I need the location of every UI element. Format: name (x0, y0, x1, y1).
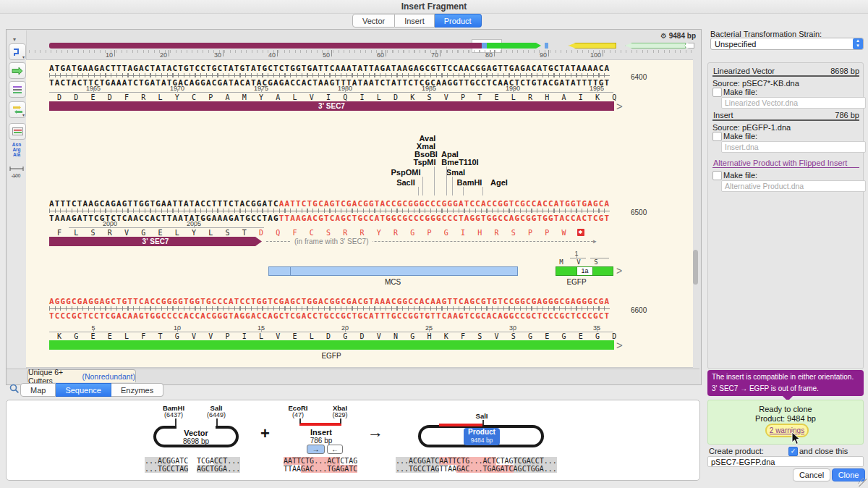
alternative-title: Alternative Product with Flipped Insert (713, 159, 847, 167)
snippet-segment: GAC...TGAGATC (456, 465, 513, 473)
snippet-segment: ...TGCCTAG (396, 465, 439, 473)
overview-ruler-major-tick (169, 50, 169, 56)
translation-line-ala: Ala (9, 152, 24, 157)
site-position: (47) (276, 411, 320, 418)
view-tab-sequence[interactable]: Sequence (56, 383, 111, 397)
insert-orientation-forward-button[interactable]: → (307, 445, 325, 454)
translation-tool-button[interactable]: Asn Arg Ala (9, 142, 24, 157)
product-filename-field[interactable]: pSEC7-EGFP.dna (707, 456, 864, 467)
alignment-tool-button[interactable] (9, 81, 26, 98)
snippet-segment: ...TGCCTAG (145, 465, 188, 473)
egfp-open-end-arrow: > (616, 265, 622, 277)
warnings-button[interactable]: 2 warnings (765, 424, 809, 437)
alternative-make-file-checkbox[interactable] (712, 171, 722, 180)
insert-make-file-checkbox[interactable] (712, 132, 722, 141)
insert-source: Source: pEGFP-1.dna (712, 123, 791, 132)
vertical-scrollbar-thumb[interactable] (693, 250, 698, 285)
mouse-cursor-icon (791, 432, 801, 448)
resize-grip[interactable] (858, 478, 867, 487)
create-product-label: Create product: (709, 447, 764, 455)
alternative-file-field[interactable]: Alternative Product.dna (721, 180, 866, 192)
linearized-file-placeholder: Linearized Vector.dna (725, 98, 798, 107)
overview-ruler-label: 80 (472, 51, 493, 59)
tab-nonredundant-label: (Nonredundant) (82, 372, 135, 381)
insert-title: Insert (713, 111, 733, 119)
snippet-segment: TCGACCT... (514, 457, 557, 465)
fragment-tab-insert[interactable]: Insert (395, 14, 435, 28)
features-tool-button[interactable] (9, 123, 26, 140)
insert-make-file-label: Make file: (723, 132, 757, 140)
result-arrow: → (367, 423, 383, 442)
snippet-segment: CTAG (340, 457, 357, 465)
translation-line-arg: Arg (9, 147, 24, 152)
fragment-tab-vector[interactable]: Vector (352, 14, 395, 28)
product-filename-value: pSEC7-EGFP.dna (708, 458, 775, 466)
mcs-feature-divider (290, 267, 291, 275)
overview-lightgreen-feature[interactable] (625, 43, 686, 49)
insert-name: Insert (292, 428, 350, 437)
fragment-tab-group: VectorInsertProduct (352, 14, 482, 28)
ready-to-clone-box: Ready to clone Product: 9484 bp (707, 400, 864, 445)
tab-unique-cutters[interactable]: Unique 6+ Cutters (Nonredundant) (27, 369, 136, 382)
ready-line1: Ready to clone (708, 405, 863, 413)
snippet-segment: CCT... (214, 457, 240, 465)
cancel-button[interactable]: Cancel (793, 468, 830, 481)
insert-size: 786 bp (292, 437, 350, 445)
strain-select[interactable]: Unspecified ▲▼ (710, 38, 864, 50)
insert-file-field[interactable]: Insert.dna (721, 141, 866, 153)
product-size: 9484 bp (464, 437, 500, 444)
zoom-search-icon[interactable] (9, 384, 20, 397)
close-window-checkbox[interactable]: ✓ (788, 447, 798, 456)
snippet-segment: TCGA (197, 457, 214, 465)
overview-ruler-label: 20 (147, 51, 167, 59)
snippet-segment: AGCTGGA... (514, 465, 557, 473)
linearized-vector-rule (712, 75, 859, 77)
junction-snippet: ...ACGGATCAATTCTG...ACTCTAGTCGACCT......… (396, 457, 557, 473)
overview-egfp-bar[interactable] (487, 43, 541, 49)
insert-size-value: 786 bp (796, 111, 859, 119)
snippet-segment: CTAG (496, 457, 514, 465)
alternative-rule (712, 167, 859, 168)
linearized-make-file-checkbox[interactable] (712, 88, 722, 97)
insert-orientation-reverse-button[interactable]: ← (327, 445, 343, 454)
egfp-mini-letter-m: M (557, 258, 566, 266)
overview-ruler-major-tick (548, 50, 549, 56)
linearized-vector-source: Source: pSEC7*-KB.dna (712, 79, 799, 88)
overview-site-marker-2[interactable] (545, 43, 548, 49)
primers-tool-button[interactable]: ▾ (9, 101, 26, 118)
view-tab-map[interactable]: Map (20, 383, 56, 397)
egfp-mini-letter-s: S (592, 258, 600, 266)
titlebar: Insert Fragment (0, 0, 868, 14)
insert-file-placeholder: Insert.dna (725, 143, 759, 151)
enzyme-cut-icon (12, 47, 22, 57)
overview-ruler-label: 30 (201, 51, 221, 59)
overview-site-marker-1[interactable] (482, 43, 487, 49)
overview-ruler-major-tick (440, 50, 441, 56)
features-icon (12, 127, 23, 135)
orf-tool-button[interactable] (9, 62, 26, 79)
width-tool-button[interactable]: ↔ (10, 171, 17, 179)
overview-ruler-major-tick (386, 50, 386, 56)
site-tick (216, 418, 218, 426)
overview-ruler-label: 50 (310, 51, 330, 59)
mcs-feature-bar[interactable] (268, 266, 518, 276)
snippet-segment: AGCTGGA... (197, 465, 240, 473)
fragment-tab-product[interactable]: Product (435, 14, 482, 28)
overview-sec7-bar[interactable] (49, 43, 483, 49)
sequence-area[interactable] (26, 59, 693, 368)
overview-yellow-feature[interactable] (569, 43, 616, 49)
toolbar-disclosure-chevron-icon[interactable]: ▾ (13, 36, 16, 43)
linearized-vector-title: Linearized Vector (713, 67, 775, 75)
view-tab-enzymes[interactable]: Enzymes (111, 383, 163, 397)
site-position: (829) (318, 411, 362, 418)
tooltip-line2: 3' SEC7 → EGFP is out of frame. (712, 384, 859, 392)
linearized-make-file-label: Make file: (723, 88, 757, 96)
snippet-segment: GATC (171, 457, 188, 465)
insert-diagram-line (299, 423, 341, 426)
snippet-segment: AATTCTG...ACT (284, 457, 340, 465)
linearized-file-field[interactable]: Linearized Vector.dna (721, 97, 866, 109)
strain-value: Unspecified (711, 40, 853, 49)
enzymes-tool-button[interactable]: ▾ (9, 43, 26, 60)
site-position: (6437) (152, 411, 195, 418)
overview-ruler-label: 70 (418, 51, 438, 59)
